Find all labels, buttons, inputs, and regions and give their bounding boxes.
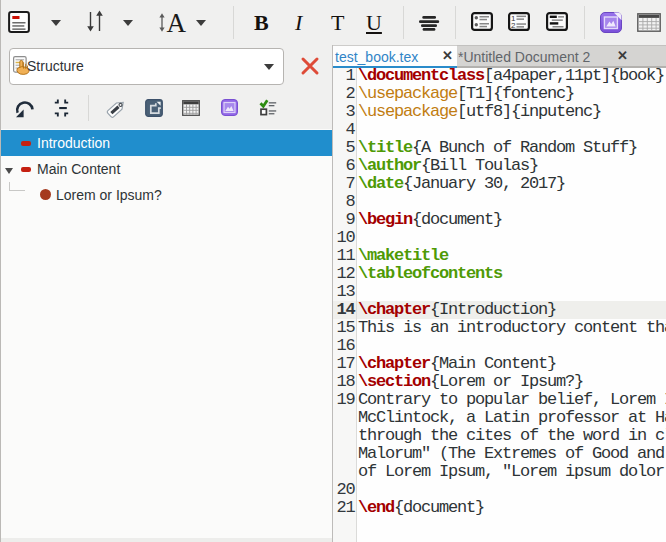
svg-text:2: 2 (511, 21, 516, 30)
svg-text:A: A (167, 11, 187, 34)
